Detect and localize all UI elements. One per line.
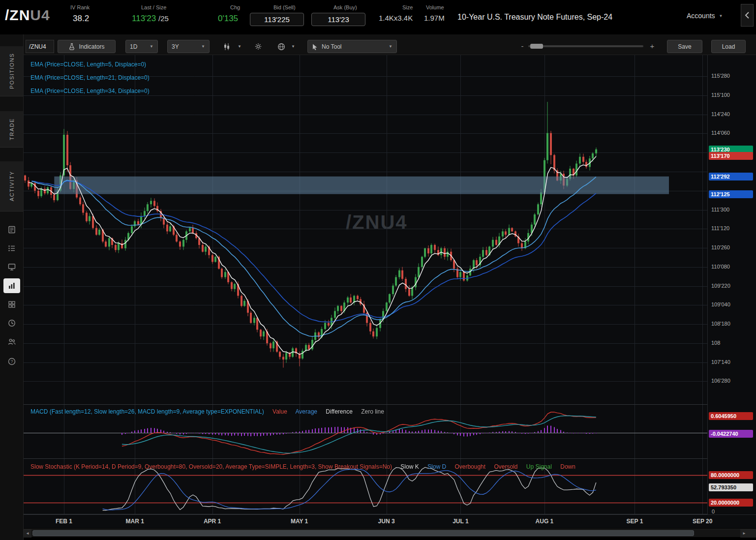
sidebar-tab-activity[interactable]: ACTIVITY xyxy=(0,161,23,211)
stoch-legend-slowd: Slow D xyxy=(427,463,446,470)
price-axis-tick: 106'280 xyxy=(711,378,730,384)
drawing-tool-value: No Tool xyxy=(322,43,341,50)
time-axis-tick: JUN 3 xyxy=(378,518,395,525)
scroll-right-button[interactable]: ► xyxy=(740,529,748,538)
quote-header: /ZNU4 IV Rank 38.2 Last / Size 113'23 /2… xyxy=(0,0,756,34)
price-axis-tick: 114'060 xyxy=(711,130,730,136)
ask-button[interactable]: 113'23 xyxy=(311,13,365,26)
globe-icon xyxy=(277,43,285,51)
bid-button[interactable]: 113'225 xyxy=(250,13,304,26)
time-axis-tick: APR 1 xyxy=(204,518,221,525)
price-axis-tick: 110'260 xyxy=(711,244,730,250)
timeframe-dropdown[interactable]: 1D ▼ xyxy=(125,40,158,53)
sidebar-icon-help[interactable]: ? xyxy=(3,354,20,369)
last-price: 113'23 xyxy=(132,14,156,23)
candlestick-icon xyxy=(223,43,231,51)
volume-label: Volume xyxy=(426,4,444,10)
ema-34-legend: EMA (Price=CLOSE, Length=34, Displace=0) xyxy=(30,85,150,98)
stoch-legend-oversold: Oversold xyxy=(494,463,517,470)
accounts-label: Accounts xyxy=(687,12,715,20)
time-axis-tick: JUL 1 xyxy=(453,518,468,525)
chevron-down-icon: ▼ xyxy=(291,44,295,49)
zoom-in-button[interactable]: + xyxy=(648,39,656,53)
macd-legend-zeroline: Zero line xyxy=(361,408,384,415)
sidebar-icon-share[interactable] xyxy=(3,334,20,349)
range-dropdown[interactable]: 3Y ▼ xyxy=(167,40,210,53)
sidebar-icon-monitor[interactable] xyxy=(3,260,20,274)
price-axis-tick: 108 xyxy=(711,340,720,346)
size-value: 1.4Kx3.4K xyxy=(379,14,413,22)
accounts-menu[interactable]: Accounts ▼ xyxy=(687,12,723,20)
chevron-down-icon: ▼ xyxy=(389,44,393,49)
time-axis-tick: MAY 1 xyxy=(291,518,308,525)
people-icon xyxy=(7,337,16,346)
compare-dropdown[interactable]: ▼ xyxy=(273,40,299,53)
stoch-legend-down: Down xyxy=(560,463,575,470)
chart-settings-button[interactable] xyxy=(251,40,266,53)
help-icon: ? xyxy=(7,357,16,366)
left-sidebar: POSITIONS TRADE ACTIVITY ? xyxy=(0,34,24,540)
stoch-title: Slow Stochastic (K Period=14, D Period=9… xyxy=(30,463,392,470)
chart-area: /ZNU4 EMA (Price=CLOSE, Length=5, Displa… xyxy=(24,55,707,514)
price-axis-tick: 111'300 xyxy=(711,207,729,212)
axis-value-label: -0.0422740 xyxy=(709,430,753,438)
scroll-right-icon: ► xyxy=(742,531,746,536)
sidebar-icon-watchlist[interactable] xyxy=(3,241,20,256)
clock-icon xyxy=(7,319,16,328)
chevron-down-icon: ▼ xyxy=(719,14,723,18)
stoch-legend-upsignal: Up Signal xyxy=(526,463,552,470)
grid-icon xyxy=(7,300,16,309)
price-axis-tick: 109'220 xyxy=(711,283,730,289)
chg-value: 0'135 xyxy=(218,14,238,24)
symbol-suffix: U4 xyxy=(30,7,50,23)
indicators-label: Indicators xyxy=(79,43,104,50)
sidebar-tab-positions[interactable]: POSITIONS xyxy=(0,46,23,96)
last-size: /25 xyxy=(158,14,169,23)
zoom-slider-handle[interactable] xyxy=(530,44,543,49)
ema-legend: EMA (Price=CLOSE, Length=5, Displace=0) … xyxy=(30,58,150,98)
indicators-button[interactable]: Indicators xyxy=(58,40,116,53)
time-axis-tick: MAR 1 xyxy=(126,518,144,525)
drawing-tool-dropdown[interactable]: No Tool ▼ xyxy=(307,40,397,53)
list-icon xyxy=(7,244,16,253)
cursor-icon xyxy=(312,43,318,50)
stoch-legend-slowk: Slow K xyxy=(400,463,419,470)
stoch-legend-overbought: Overbought xyxy=(454,463,485,470)
axis-value-label: 112'292 xyxy=(709,173,753,180)
ema-21-legend: EMA (Price=CLOSE, Length=21, Displace=0) xyxy=(30,71,150,85)
axis-value-label: 0.6045950 xyxy=(709,412,753,420)
symbol-root: /ZN xyxy=(5,7,30,23)
price-axis-tick: 115'100 xyxy=(711,92,730,98)
chart-type-dropdown[interactable]: ▼ xyxy=(219,40,245,53)
sidebar-icon-charts-active[interactable] xyxy=(3,278,20,293)
sidebar-tab-trade[interactable]: TRADE xyxy=(0,111,23,148)
sidebar-icon-history[interactable] xyxy=(3,316,20,330)
zoom-out-button[interactable]: - xyxy=(518,39,526,53)
panel-collapse-button[interactable] xyxy=(741,4,754,27)
load-button[interactable]: Load xyxy=(711,40,746,53)
macd-legend: MACD (Fast length=12, Slow length=26, MA… xyxy=(30,408,391,415)
scrollbar-thumb[interactable] xyxy=(32,530,694,536)
size-label: Size xyxy=(402,4,413,10)
price-chart-canvas[interactable] xyxy=(24,55,707,514)
flask-icon xyxy=(68,43,75,50)
price-axis-tick: 115'280 xyxy=(711,73,730,79)
time-axis-tick: FEB 1 xyxy=(56,518,72,525)
iv-rank-label: IV Rank xyxy=(70,4,90,10)
ch art-icon xyxy=(7,281,16,290)
save-button[interactable]: Save xyxy=(667,40,702,53)
scroll-left-button[interactable]: ◄ xyxy=(24,529,31,538)
chart-scrollbar[interactable]: ◄ ► xyxy=(24,529,756,537)
sidebar-icon-dashboard[interactable] xyxy=(3,297,20,312)
time-axis-tick: AUG 1 xyxy=(536,518,554,525)
axis-value-label: 52.793350 xyxy=(709,483,753,491)
symbol-ticker: /ZNU4 xyxy=(5,7,50,24)
gear-icon xyxy=(255,42,262,51)
axis-value-label: 113'170 xyxy=(709,152,753,160)
time-axis: FEB 1MAR 1APR 1MAY 1JUN 3JUL 1AUG 1SEP 1… xyxy=(24,514,756,528)
zoom-slider[interactable] xyxy=(528,45,643,47)
chevron-down-icon: ▼ xyxy=(201,44,205,49)
sidebar-icon-news[interactable] xyxy=(3,222,20,237)
chart-symbol-input[interactable]: /ZNU4 xyxy=(26,40,54,53)
monitor-icon xyxy=(7,263,16,271)
